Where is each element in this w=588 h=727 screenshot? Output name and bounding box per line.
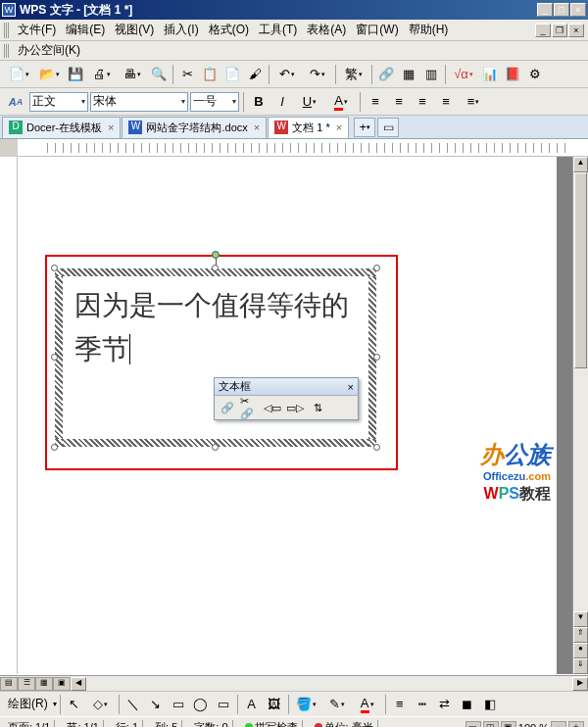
next-box-button[interactable]: ▭▷ bbox=[284, 398, 306, 417]
doc-restore-button[interactable]: ❐ bbox=[552, 24, 567, 37]
tab-current[interactable]: W 文档 1 * × bbox=[268, 117, 349, 138]
rect-button[interactable]: ▭ bbox=[168, 694, 189, 715]
menu-insert[interactable]: 插入(I) bbox=[160, 20, 202, 40]
toolbox-header[interactable]: 文本框 × bbox=[215, 378, 358, 396]
draw-menu[interactable]: 绘图(R) bbox=[4, 694, 52, 714]
open-button[interactable]: 📂▾ bbox=[34, 64, 64, 85]
resize-handle-s[interactable] bbox=[212, 444, 219, 451]
print-button[interactable]: 🖶▾ bbox=[118, 64, 147, 85]
convert-button[interactable]: 繁▾ bbox=[339, 64, 368, 85]
underline-button[interactable]: U▾ bbox=[295, 91, 324, 113]
tab-docx[interactable]: W 网站金字塔结构.docx × bbox=[122, 117, 267, 138]
resize-handle-ne[interactable] bbox=[373, 265, 380, 271]
font-color-button-2[interactable]: A▾ bbox=[353, 694, 382, 715]
view-web-button[interactable]: ▣ bbox=[53, 677, 71, 691]
select-button[interactable]: ↖ bbox=[64, 694, 85, 715]
vertical-scrollbar[interactable]: ▲ ▼ ⇑ ● ⇓ bbox=[572, 157, 588, 674]
undo-button[interactable]: ↶▾ bbox=[272, 64, 302, 85]
view-normal-button[interactable]: ▤ bbox=[0, 677, 18, 691]
tab-close-icon[interactable]: × bbox=[336, 121, 342, 133]
rotation-handle[interactable] bbox=[212, 251, 220, 259]
menu-help[interactable]: 帮助(H) bbox=[405, 20, 453, 40]
new-tab-button[interactable]: +▾ bbox=[354, 118, 375, 137]
menu-format[interactable]: 格式(O) bbox=[205, 20, 253, 40]
autoshapes-button[interactable]: ◇▾ bbox=[86, 694, 116, 715]
scroll-right-button[interactable]: ▶ bbox=[572, 677, 588, 691]
menu-file[interactable]: 文件(F) bbox=[14, 20, 60, 40]
save-button[interactable]: 💾 bbox=[65, 64, 86, 85]
line-color-button[interactable]: ✎▾ bbox=[322, 694, 352, 715]
menu-edit[interactable]: 编辑(E) bbox=[62, 20, 109, 40]
scroll-up-button[interactable]: ▲ bbox=[573, 157, 588, 172]
arrow-button[interactable]: ↘ bbox=[145, 694, 167, 715]
scroll-left-button[interactable]: ◀ bbox=[71, 677, 86, 691]
line-style-button[interactable]: ≡ bbox=[389, 694, 411, 715]
copy-button[interactable]: 📋 bbox=[199, 64, 220, 85]
3d-button[interactable]: ◧ bbox=[479, 694, 501, 715]
tab-list-button[interactable]: ▭ bbox=[377, 118, 399, 137]
export-button[interactable]: 🖨▾ bbox=[87, 64, 117, 85]
resize-handle-n[interactable] bbox=[212, 265, 219, 271]
doc-close-button[interactable]: × bbox=[568, 24, 584, 37]
zoom-fit-button[interactable]: ▭ bbox=[466, 721, 481, 728]
browse-object-button[interactable]: ● bbox=[573, 643, 588, 658]
ruler-vertical[interactable] bbox=[0, 157, 18, 674]
menubar-handle[interactable] bbox=[4, 23, 10, 38]
resize-handle-nw[interactable] bbox=[51, 265, 58, 271]
document-canvas[interactable]: 因为是一个值得等待的季节 文本框 × 🔗 ✂🔗 ◁▭ ▭▷ ⇅ bbox=[18, 157, 557, 674]
hyperlink-button[interactable]: 🔗 bbox=[375, 64, 397, 85]
redo-button[interactable]: ↷▾ bbox=[303, 64, 332, 85]
format-painter-button[interactable]: 🖌 bbox=[244, 64, 266, 85]
doc-minimize-button[interactable]: _ bbox=[535, 24, 551, 37]
align-center-button[interactable]: ≡ bbox=[388, 91, 410, 113]
tab-docer[interactable]: D Docer-在线模板 × bbox=[2, 117, 121, 138]
maximize-button[interactable]: □ bbox=[554, 3, 569, 17]
line-button[interactable]: ＼ bbox=[122, 694, 144, 715]
bold-button[interactable]: B bbox=[248, 91, 270, 113]
text-direction-button[interactable]: ⇅ bbox=[307, 398, 328, 417]
align-right-button[interactable]: ≡ bbox=[412, 91, 433, 113]
font-combo[interactable]: 宋体▾ bbox=[90, 92, 188, 112]
italic-button[interactable]: I bbox=[271, 91, 293, 113]
column-button[interactable]: ▥ bbox=[420, 64, 442, 85]
zoom-width-button[interactable]: ▣ bbox=[501, 721, 516, 728]
page-down-button[interactable]: ⇓ bbox=[573, 658, 588, 674]
page-up-button[interactable]: ⇑ bbox=[573, 627, 588, 643]
ruler-horizontal[interactable] bbox=[18, 139, 588, 157]
status-spell[interactable]: 拼写检查 bbox=[241, 720, 303, 727]
options-button[interactable]: ⚙ bbox=[524, 64, 546, 85]
subbar-handle[interactable] bbox=[4, 44, 10, 58]
new-button[interactable]: 📄▾ bbox=[4, 64, 33, 85]
font-color-button[interactable]: A▾ bbox=[326, 91, 356, 113]
resize-handle-se[interactable] bbox=[373, 444, 380, 451]
paste-button[interactable]: 📄 bbox=[221, 64, 243, 85]
prev-box-button[interactable]: ◁▭ bbox=[262, 398, 283, 417]
arrow-style-button[interactable]: ⇄ bbox=[434, 694, 456, 715]
break-link-button[interactable]: ✂🔗 bbox=[239, 398, 261, 417]
link-text-button[interactable]: 🔗 bbox=[217, 398, 238, 417]
zoom-out-button[interactable]: − bbox=[551, 721, 566, 728]
style-combo[interactable]: 正文▾ bbox=[29, 92, 88, 112]
wordart-button[interactable]: A bbox=[241, 694, 263, 715]
oval-button[interactable]: ◯ bbox=[190, 694, 212, 715]
cut-button[interactable]: ✂ bbox=[176, 64, 198, 85]
textbox-toolbar[interactable]: 文本框 × 🔗 ✂🔗 ◁▭ ▭▷ ⇅ bbox=[214, 377, 359, 420]
equation-button[interactable]: √α▾ bbox=[449, 64, 478, 85]
view-outline-button[interactable]: ☰ bbox=[18, 677, 35, 691]
size-combo[interactable]: 一号▾ bbox=[190, 92, 239, 112]
menu-table[interactable]: 表格(A) bbox=[303, 20, 350, 40]
menu-view[interactable]: 视图(V) bbox=[111, 20, 158, 40]
zoom-in-button[interactable]: + bbox=[568, 721, 584, 728]
toolbox-close-icon[interactable]: × bbox=[348, 381, 354, 393]
view-page-button[interactable]: ▦ bbox=[35, 677, 53, 691]
scroll-thumb[interactable] bbox=[574, 172, 587, 368]
resize-handle-w[interactable] bbox=[51, 354, 58, 361]
zoom-page-button[interactable]: ◫ bbox=[483, 721, 499, 728]
menu-window[interactable]: 窗口(W) bbox=[352, 20, 402, 40]
preview-button[interactable]: 🔍 bbox=[148, 64, 170, 85]
picture-button[interactable]: 🖼 bbox=[264, 694, 285, 715]
close-button[interactable]: × bbox=[570, 3, 586, 17]
table-button[interactable]: ▦ bbox=[398, 64, 419, 85]
tab-close-icon[interactable]: × bbox=[108, 121, 114, 133]
scroll-down-button[interactable]: ▼ bbox=[573, 611, 588, 627]
